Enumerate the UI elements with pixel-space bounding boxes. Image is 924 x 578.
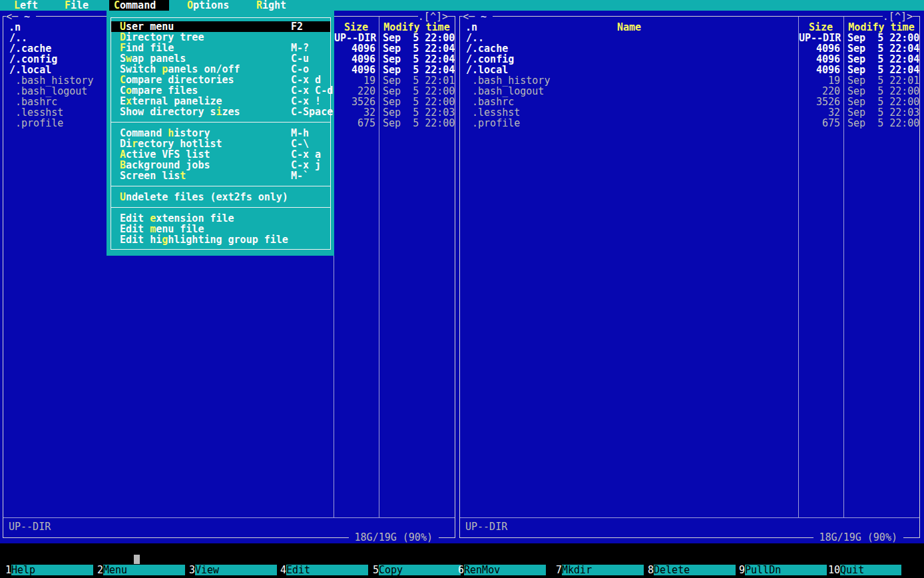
fkey-number: 7: [556, 564, 562, 576]
menu-item-label: Undelete files (ext2fs only): [120, 192, 288, 202]
menubar-item-left[interactable]: Left: [14, 0, 38, 11]
fkey-label: Mkdir: [562, 565, 644, 575]
file-size: 3526: [334, 97, 375, 107]
file-size: 4096: [334, 65, 375, 75]
file-name: .bash_logout: [466, 86, 544, 97]
column-header-name[interactable]: Name: [460, 22, 798, 33]
file-row[interactable]: .bash_history19Sep 5 22:01: [461, 75, 919, 86]
menu-item-external-panelize[interactable]: External panelizeC-x !: [111, 96, 330, 107]
free-space-indicator: 18G/19G (90%): [813, 532, 903, 543]
menu-item-background-jobs[interactable]: Background jobsC-x j: [111, 160, 330, 170]
file-row[interactable]: .bashrc3526Sep 5 22:00: [461, 97, 919, 107]
fkey-delete-button[interactable]: 8Delete: [648, 565, 736, 575]
fkey-copy-button[interactable]: 5Copy: [373, 565, 461, 575]
file-mtime: Sep 5 22:04: [847, 65, 919, 75]
file-size: 4096: [799, 65, 840, 75]
file-name: /.config: [9, 54, 57, 65]
file-row[interactable]: .profile675Sep 5 22:00: [461, 118, 919, 129]
file-size: 3526: [799, 97, 840, 107]
menu-item-user-menu[interactable]: User menuF2: [111, 21, 330, 32]
menu-item-directory-hotlist[interactable]: Directory hotlistC-\: [111, 139, 330, 149]
menu-item-edit-extension-file[interactable]: Edit extension file: [111, 213, 330, 224]
hint-line: Hint: Want your plain shell? Press C-o, …: [0, 543, 924, 554]
panel-right: <─ ~ .[^]>.nNameSizeModify time/..UP--DI…: [459, 16, 920, 538]
fkey-label: PullDn: [745, 565, 827, 575]
panel-updir-icon[interactable]: .[^]>: [883, 11, 913, 22]
menubar-item-file[interactable]: File: [65, 0, 89, 11]
file-size: 675: [334, 118, 375, 129]
fkey-menu-button[interactable]: 2Menu: [97, 565, 185, 575]
file-row[interactable]: /..UP--DIRSep 5 22:00: [461, 33, 919, 43]
menubar-item-command[interactable]: Command: [109, 0, 169, 11]
column-header-mtime[interactable]: Modify time: [379, 22, 455, 33]
menu-item-compare-directories[interactable]: Compare directoriesC-x d: [111, 75, 330, 85]
panel-title-path[interactable]: <─ ~: [463, 11, 493, 22]
current-directory: ~: [18, 11, 36, 23]
menu-item-label: Show directory sizes: [120, 107, 240, 117]
menu-item-swap-panels[interactable]: Swap panelsC-u: [111, 53, 330, 64]
menu-separator: [111, 207, 331, 208]
file-mtime: Sep 5 22:00: [847, 118, 919, 129]
file-row[interactable]: /.config4096Sep 5 22:04: [461, 54, 919, 65]
fkey-renmov-button[interactable]: 6RenMov: [458, 565, 546, 575]
fkey-label: Delete: [654, 565, 736, 575]
file-name: .lesshst: [466, 107, 520, 118]
column-header-size[interactable]: Size: [798, 22, 843, 33]
function-key-bar: 1Help2Menu3View4Edit5Copy6RenMov7Mkdir8D…: [0, 565, 924, 578]
menu-item-compare-files[interactable]: Compare filesC-x C-d: [111, 85, 330, 96]
menu-item-find-file[interactable]: Find fileM-?: [111, 43, 330, 53]
file-mtime: Sep 5 22:01: [847, 75, 919, 86]
file-row[interactable]: /.local4096Sep 5 22:04: [461, 65, 919, 75]
fkey-number: 4: [280, 564, 286, 576]
file-size: 675: [799, 118, 840, 129]
menubar-item-options[interactable]: Options: [187, 0, 229, 11]
panel-title-path[interactable]: <─ ~: [6, 11, 36, 22]
menu-item-screen-list[interactable]: Screen listM-`: [111, 170, 330, 181]
hotkey-letter: R: [256, 0, 262, 11]
menubar-item-right[interactable]: Right: [256, 0, 286, 11]
file-row[interactable]: .lesshst32Sep 5 22:03: [461, 107, 919, 118]
menu-item-shortcut: F2: [291, 21, 303, 32]
menu-item-undelete-files-ext2fs-only[interactable]: Undelete files (ext2fs only): [111, 192, 330, 202]
file-mtime: Sep 5 22:04: [383, 43, 455, 54]
hotkey-letter: U: [120, 191, 126, 203]
column-header-mtime[interactable]: Modify time: [843, 22, 919, 33]
file-name: .profile: [466, 118, 520, 129]
fkey-mkdir-button[interactable]: 7Mkdir: [556, 565, 644, 575]
menu-item-label: Edit highlighting group file: [120, 234, 288, 245]
menu-separator: [111, 186, 331, 186]
file-mtime: Sep 5 22:04: [847, 43, 919, 54]
file-mtime: Sep 5 22:04: [383, 65, 455, 75]
menu-item-edit-highlighting-group-file[interactable]: Edit highlighting group file: [111, 234, 330, 245]
file-mtime: Sep 5 22:00: [847, 97, 919, 107]
command-line[interactable]: midnight@commander:~$: [0, 554, 924, 565]
column-header-size[interactable]: Size: [334, 22, 379, 33]
fkey-pulldn-button[interactable]: 9PullDn: [739, 565, 827, 575]
menu-item-shortcut: C-x j: [291, 160, 321, 170]
fkey-edit-button[interactable]: 4Edit: [280, 565, 368, 575]
mc-screen: LeftFileCommandOptionsRight <─ ~ .[^]>.n…: [0, 0, 924, 578]
fkey-view-button[interactable]: 3View: [189, 565, 277, 575]
panel-updir-icon[interactable]: .[^]>: [418, 11, 448, 22]
menu-item-active-vfs-list[interactable]: Active VFS listC-x a: [111, 149, 330, 160]
menu-item-edit-menu-file[interactable]: Edit menu file: [111, 224, 330, 234]
menu-item-shortcut: C-x !: [291, 96, 321, 107]
file-row[interactable]: /.cache4096Sep 5 22:04: [461, 43, 919, 54]
menu-item-shortcut: C-u: [291, 53, 309, 64]
fkey-help-button[interactable]: 1Help: [5, 565, 93, 575]
file-size: 4096: [799, 54, 840, 65]
fkey-number: 1: [5, 564, 11, 576]
menu-item-show-directory-sizes[interactable]: Show directory sizesC-Space: [111, 107, 330, 117]
menu-item-switch-panels-on-off[interactable]: Switch panels on/offC-o: [111, 64, 330, 75]
file-size: 19: [799, 75, 840, 86]
menu-item-label: Switch panels on/off: [120, 64, 240, 75]
fkey-quit-button[interactable]: 10Quit: [828, 565, 901, 575]
file-row[interactable]: .bash_logout220Sep 5 22:00: [461, 86, 919, 97]
file-name: .bashrc: [466, 97, 514, 107]
menu-item-shortcut: C-\: [291, 139, 309, 149]
menu-item-command-history[interactable]: Command historyM-h: [111, 128, 330, 139]
file-mtime: Sep 5 22:00: [847, 86, 919, 97]
file-size: 220: [799, 86, 840, 97]
menu-item-directory-tree[interactable]: Directory tree: [111, 32, 330, 43]
file-size: UP--DIR: [334, 33, 375, 43]
